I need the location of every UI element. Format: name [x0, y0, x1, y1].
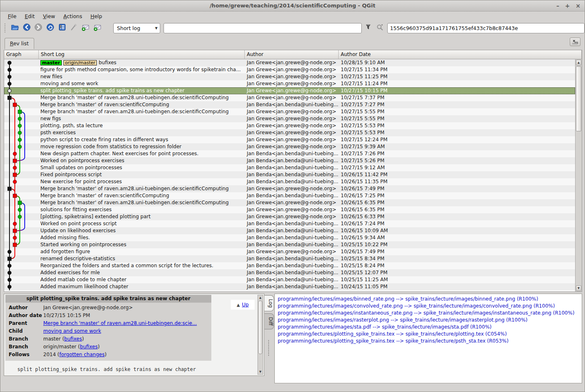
author-cell: Jan Benda<jan.benda@uni-tuebing...: [245, 101, 339, 108]
table-row[interactable]: masterorigin/masterbufixesJan Grewe<jan.…: [4, 59, 575, 66]
scroll-up-icon[interactable]: ▲: [576, 60, 581, 65]
table-row[interactable]: Merge branch 'master' of raven.am28.uni-…: [4, 94, 575, 101]
table-row[interactable]: psth exercisesJan Grewe<jan.grewe@g-node…: [4, 129, 575, 136]
table-row[interactable]: renamed descriptive-statisticsJan Benda<…: [4, 255, 575, 262]
author-date-cell: 10/27/15 11:24 PM: [339, 80, 575, 87]
table-row[interactable]: figure for psth method comparsion, some …: [4, 66, 575, 73]
table-row[interactable]: Started working on pointprocessesJan Ben…: [4, 241, 575, 248]
short-log-text: moving and some work: [40, 80, 98, 87]
table-row[interactable]: plotting, psth, sta lectureJan Grewe<jan…: [4, 122, 575, 129]
column-header-short-log[interactable]: Short Log: [39, 50, 245, 59]
table-row[interactable]: Small updates on pointprocessesJan Benda…: [4, 164, 575, 171]
table-row[interactable]: Added matlab code to mle chapterJan Bend…: [4, 276, 575, 283]
menu-item-actions[interactable]: Actions: [59, 12, 87, 20]
file-rename-entry[interactable]: programming/lectures/plotting_spike_trai…: [275, 331, 582, 338]
table-row[interactable]: Reorganized the folders and started a co…: [4, 262, 575, 269]
table-row[interactable]: Worked on pointprocess exercisesJan Bend…: [4, 157, 575, 164]
file-rename-entry[interactable]: programming/lectures/images/sta.pdf --> …: [275, 324, 582, 331]
table-row[interactable]: New exercise for point processesJan Bend…: [4, 178, 575, 185]
commit-link[interactable]: Merge branch 'master' of raven.am28.uni-…: [43, 320, 197, 326]
column-header-author-date[interactable]: Author Date: [339, 50, 582, 59]
view-list-button[interactable]: [56, 23, 68, 34]
table-row[interactable]: Merge branch 'master' of raven.am28.uni-…: [4, 185, 575, 192]
scrollbar-thumb[interactable]: [258, 301, 262, 354]
column-header-graph[interactable]: Graph: [4, 50, 39, 59]
table-row[interactable]: Merge branch 'master' of raven:scientifi…: [4, 101, 575, 108]
table-row[interactable]: Added missing files.Jan Benda<jan.benda@…: [4, 234, 575, 241]
table-row[interactable]: [plotting, spiketrains] extended plottin…: [4, 213, 575, 220]
forward-button[interactable]: [33, 23, 44, 34]
short-log-cell: add forgotten figure: [39, 248, 245, 255]
author-cell: Jan Grewe<jan.grewe@g-node.org>: [245, 108, 339, 115]
filter-funnel-button[interactable]: [363, 23, 373, 33]
commit-link[interactable]: forgotten changes: [59, 352, 105, 357]
minimize-button[interactable]: –: [557, 3, 559, 9]
menu-item-file[interactable]: File: [4, 12, 21, 20]
maximize-button[interactable]: +: [565, 3, 570, 9]
author-cell: Jan Benda<jan.benda@uni-tuebing...: [245, 164, 339, 171]
file-rename-entry[interactable]: programming/lectures/images/binned_rate.…: [275, 296, 582, 303]
table-row[interactable]: split plotting_spike trains. add spike t…: [4, 87, 575, 94]
refresh-button[interactable]: [45, 23, 56, 34]
table-row[interactable]: Added maximum likelihood chapterJan Bend…: [4, 283, 575, 290]
tab-rev-list[interactable]: Rev list: [5, 38, 34, 49]
table-row[interactable]: Worked on point process scriptJan Benda<…: [4, 220, 575, 227]
toolbar-drag-handle[interactable]: [5, 23, 7, 33]
commit-link[interactable]: moving and some work: [43, 328, 101, 334]
menu-item-help[interactable]: Help: [87, 12, 107, 20]
save-patch-button[interactable]: [80, 23, 91, 34]
scroll-down-icon[interactable]: ▼: [258, 369, 263, 374]
table-row[interactable]: Merge branch 'master' of raven.am28.uni-…: [4, 199, 575, 206]
scroll-up-icon[interactable]: ▲: [258, 295, 263, 300]
wand-button[interactable]: [68, 23, 80, 34]
table-row[interactable]: moving and some workJan Grewe<jan.grewe@…: [4, 80, 575, 87]
table-row[interactable]: Merge branch 'master' of raven.am28.uni-…: [4, 108, 575, 115]
graph-cell: [4, 227, 39, 234]
apply-patch-icon: [94, 23, 102, 33]
table-row[interactable]: add forgotten figureJan Grewe<jan.grewe@…: [4, 248, 575, 255]
chevron-down-icon: ▼: [152, 26, 160, 30]
file-rename-entry[interactable]: programming/lectures/images/instantaneou…: [275, 310, 582, 317]
table-row[interactable]: Fixed pointprocess scriptJan Benda<jan.b…: [4, 171, 575, 178]
graph-cell: [4, 73, 39, 80]
scroll-down-icon[interactable]: ▼: [576, 285, 581, 291]
table-row[interactable]: Added exercises for mleJan Benda<jan.ben…: [4, 269, 575, 276]
table-row[interactable]: new figsJan Grewe<jan.grewe@g-node.org>1…: [4, 115, 575, 122]
up-link[interactable]: Up: [242, 302, 248, 308]
author-cell: Jan Benda<jan.benda@uni-tuebing...: [245, 283, 339, 290]
scrollbar-thumb[interactable]: [576, 66, 581, 131]
file-rename-entry[interactable]: programming/lectures/images/rasterplot.p…: [275, 317, 582, 324]
rev-list-scrollbar[interactable]: ▲ ▼: [575, 59, 582, 292]
file-rename-entry[interactable]: programming/lectures/images/convolved_ra…: [275, 303, 582, 310]
log-view-combobox[interactable]: Short log ▼: [113, 23, 160, 33]
table-row[interactable]: Update on likelihood exercisesJan Benda<…: [4, 227, 575, 234]
apply-patch-button[interactable]: [92, 23, 103, 34]
side-tab-log[interactable]: Log: [264, 295, 274, 311]
close-button[interactable]: ×: [576, 3, 580, 9]
menu-item-edit[interactable]: Edit: [21, 12, 39, 20]
detail-field: ParentMerge branch 'master' of raven.am2…: [5, 320, 211, 327]
highlight-search-button[interactable]: [375, 23, 385, 33]
corner-close-tab-button[interactable]: [570, 37, 580, 46]
table-row[interactable]: New design pattern chapter. Next exercis…: [4, 150, 575, 157]
graph-cell: [4, 150, 39, 157]
commit-link[interactable]: bufixes: [80, 344, 98, 350]
table-row[interactable]: Merge branch 'master' of raven:scientifi…: [4, 192, 575, 199]
file-rename-entry[interactable]: programming/lectures/plotting_spike_trai…: [275, 338, 582, 345]
table-row[interactable]: new filesJan Grewe<jan.grewe@g-node.org>…: [4, 73, 575, 80]
detail-field: AuthorJan Grewe<jan.grewe@g-node.org>: [5, 304, 211, 312]
back-button[interactable]: [21, 23, 33, 34]
menu-item-view[interactable]: View: [39, 12, 59, 20]
detail-scrollbar[interactable]: ▲ ▼: [257, 295, 263, 375]
open-folder-button[interactable]: [9, 23, 21, 34]
search-input[interactable]: [164, 23, 362, 33]
table-row[interactable]: python script to create firing rates in …: [4, 136, 575, 143]
table-row[interactable]: move regression code from statistics to …: [4, 143, 575, 150]
commit-link[interactable]: bufixes: [64, 336, 82, 342]
side-tab-diff[interactable]: Diff: [264, 313, 274, 329]
splitter-handle[interactable]: [268, 340, 270, 356]
graph-cell: [4, 199, 39, 206]
column-header-author[interactable]: Author: [245, 50, 339, 59]
table-row[interactable]: solutions for fitting exercisesJan Grewe…: [4, 206, 575, 213]
sha-input[interactable]: [387, 23, 585, 33]
